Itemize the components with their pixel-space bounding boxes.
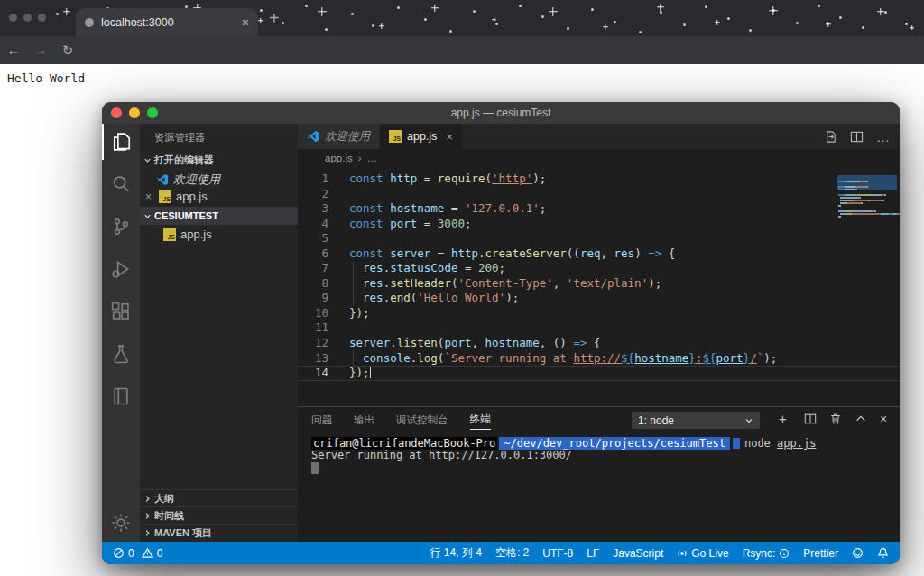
panel-tab-debug[interactable]: 调试控制台 (396, 413, 448, 427)
code-token: = (444, 201, 465, 215)
maven-section[interactable]: MAVEN 项目 (140, 524, 298, 542)
split-editor-icon[interactable] (850, 130, 864, 144)
panel-tab-output[interactable]: 输出 (354, 413, 374, 427)
go-live-status[interactable]: Go Live (677, 547, 728, 560)
snow-dot (424, 18, 427, 21)
code-line[interactable]: 14}); (298, 366, 900, 381)
run-debug-icon[interactable] (102, 251, 140, 287)
code-token: statusCode (390, 261, 457, 274)
code-token: = (457, 261, 478, 274)
source-control-icon[interactable] (102, 209, 140, 245)
code-token: require (438, 172, 485, 185)
tab-title: localhost:3000 (101, 16, 235, 29)
code-token: res (363, 261, 383, 274)
kill-terminal-trash-icon[interactable] (829, 413, 842, 425)
tab-appjs[interactable]: JS app.js × (380, 124, 463, 149)
line-text: res.setHeader('Content-Type', 'text/plai… (349, 276, 661, 292)
code-line[interactable]: 8 res.setHeader('Content-Type', 'text/pl… (298, 276, 900, 292)
minimize-traffic-light[interactable] (129, 107, 140, 118)
open-editor-welcome[interactable]: 欢迎使用 (140, 171, 298, 188)
code-line[interactable]: 12server.listen(port, hostname, () => { (298, 336, 900, 351)
problems-status[interactable]: 0 0 (113, 547, 162, 560)
line-number: 8 (298, 276, 328, 292)
snow-dot (282, 22, 284, 24)
timeline-section[interactable]: 时间线 (140, 506, 298, 525)
breadcrumb-separator-icon: › (358, 153, 362, 163)
code-line[interactable]: 6const server = http.createServer((req, … (298, 246, 900, 262)
line-number: 12 (298, 336, 328, 351)
reload-icon[interactable]: ↻ (54, 42, 81, 59)
line-text: console.log(`Server running at http://${… (349, 351, 777, 367)
code-line[interactable]: 1const http = require('http'); (298, 172, 900, 187)
code-token: port (444, 336, 471, 349)
code-line[interactable]: 5 (298, 231, 900, 246)
sparkle-decoration (318, 7, 327, 16)
indentation-status[interactable]: 空格: 2 (495, 545, 529, 561)
code-line[interactable]: 4const port = 3000; (298, 217, 900, 232)
code-line[interactable]: 3const hostname = '127.0.0.1'; (298, 201, 900, 217)
code-line[interactable]: 9 res.end('Hello World'); (298, 291, 900, 306)
split-terminal-icon[interactable] (804, 413, 817, 425)
new-tab-button[interactable]: + (269, 8, 280, 29)
explorer-icon[interactable] (102, 124, 140, 160)
code-line[interactable]: 13 console.log(`Server running at http:/… (298, 351, 900, 367)
chevron-right-icon (143, 529, 152, 537)
terminal[interactable]: crifan@licrifandeMacBook-Pro~/dev/dev_ro… (311, 438, 816, 477)
feedback-smiley-icon[interactable] (852, 547, 864, 559)
open-editors-section[interactable]: 打开的编辑器 (140, 151, 298, 169)
zoom-traffic-light[interactable] (147, 107, 158, 118)
tree-item-appjs[interactable]: JS app.js (140, 226, 298, 243)
outline-section[interactable]: 大纲 (140, 489, 298, 507)
close-panel-icon[interactable]: × (880, 412, 887, 426)
tab-favicon-icon (85, 18, 94, 27)
code-line[interactable]: 10}); (298, 306, 900, 321)
minimap[interactable] (835, 166, 900, 406)
maximize-panel-icon[interactable] (855, 413, 867, 425)
close-traffic-light[interactable] (111, 107, 122, 118)
open-editor-appjs[interactable]: × JS app.js (140, 188, 298, 205)
language-status[interactable]: JavaScript (613, 547, 663, 560)
cursor-position-status[interactable]: 行 14, 列 4 (430, 545, 482, 561)
tab-close-icon[interactable]: × (242, 16, 249, 29)
extensions-icon[interactable] (102, 293, 140, 330)
browser-minimize-button[interactable] (23, 14, 32, 22)
prettier-status[interactable]: Prettier (803, 547, 838, 560)
notebook-icon[interactable] (102, 378, 140, 414)
code-lines: 1const http = require('http');23const ho… (298, 172, 900, 381)
code-line[interactable]: 11 (298, 321, 900, 336)
snow-dot (905, 23, 908, 25)
sparkle-decoration (769, 6, 778, 15)
manage-gear-icon[interactable] (102, 505, 140, 541)
more-actions-icon[interactable]: … (876, 129, 891, 144)
vscode-titlebar[interactable]: app.js — cesiumTest (102, 102, 900, 124)
panel-tab-terminal[interactable]: 终端 (470, 413, 491, 430)
back-icon[interactable]: ← (0, 42, 27, 58)
code-line[interactable]: 2 (298, 187, 900, 202)
snow-dot (818, 5, 820, 7)
encoding-status[interactable]: UTF-8 (542, 547, 573, 560)
snow-dot (567, 27, 569, 30)
close-icon[interactable]: × (145, 190, 154, 203)
browser-zoom-button[interactable] (38, 14, 46, 22)
forward-icon[interactable]: → (27, 42, 54, 58)
open-changes-icon[interactable] (824, 130, 837, 144)
folder-section-cesiumtest[interactable]: CESIUMTEST (140, 207, 298, 225)
snow-dot (541, 15, 544, 18)
notifications-bell-icon[interactable] (877, 547, 889, 559)
browser-close-button[interactable] (9, 14, 17, 22)
search-icon[interactable] (102, 166, 140, 202)
code-line[interactable]: 7 res.statusCode = 200; (298, 261, 900, 276)
eol-status[interactable]: LF (587, 547, 599, 560)
test-flask-icon[interactable] (102, 336, 140, 372)
new-terminal-icon[interactable]: + (779, 411, 787, 426)
code-editor[interactable]: 1const http = require('http');23const ho… (298, 166, 900, 406)
close-icon[interactable]: × (446, 130, 453, 144)
terminal-shell-select[interactable]: 1: node (632, 412, 760, 429)
browser-tab[interactable]: localhost:3000 × (76, 8, 258, 36)
rsync-status[interactable]: Rsync: (743, 547, 790, 560)
breadcrumb[interactable]: app.js › … (298, 149, 900, 166)
code-token: ( (485, 172, 493, 185)
tab-welcome[interactable]: 欢迎使用 (298, 124, 380, 149)
code-token: 3000 (438, 217, 465, 230)
panel-tab-problems[interactable]: 问题 (311, 413, 332, 427)
